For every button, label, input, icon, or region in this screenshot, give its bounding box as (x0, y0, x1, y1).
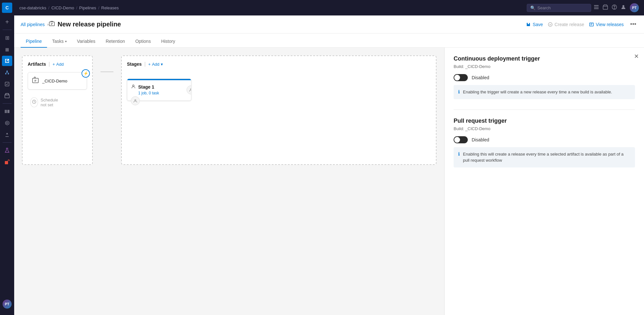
topbar: cse-databricks / CICD-Demo / Pipelines /… (14, 0, 644, 15)
pipeline-title-icon (49, 20, 55, 28)
svg-point-33 (133, 85, 134, 87)
svg-line-4 (7, 72, 8, 73)
artifacts-pkg-icon[interactable] (2, 91, 12, 101)
artifacts-panel-header: Artifacts | + Add (28, 61, 87, 67)
right-panel-close-button[interactable]: ✕ (634, 53, 639, 60)
pipeline-canvas: Artifacts | + Add _CICD-Demo ⚡ (14, 48, 444, 315)
tabs-bar: Pipeline Tasks ▾ Variables Retention Opt… (14, 33, 644, 48)
repos-icon[interactable] (2, 56, 12, 66)
tab-variables[interactable]: Variables (72, 35, 101, 48)
library-icon[interactable] (2, 106, 12, 117)
artifacts-add-icon: + (53, 62, 55, 67)
schedule-text: Schedule not set (41, 98, 58, 107)
breadcrumb-page[interactable]: Releases (101, 5, 119, 10)
cd-trigger-title: Continuous deployment trigger (454, 55, 635, 62)
stages-add-icon: + (148, 62, 151, 67)
search-box[interactable]: 🔍 Search (527, 4, 591, 12)
stage-details: 1 job, 0 task (138, 91, 187, 95)
artifact-trigger-badge: ⚡ (82, 69, 90, 78)
svg-line-3 (6, 72, 7, 73)
stage-name: Stage 1 (138, 84, 154, 90)
tab-history[interactable]: History (156, 35, 180, 48)
pr-toggle-label: Disabled (472, 137, 489, 142)
page-header: All pipelines › New release pipeline Sav… (14, 15, 644, 33)
view-releases-button[interactable]: View releases (589, 22, 624, 27)
page-header-actions: Save Create release View releases ••• (526, 21, 638, 28)
svg-rect-11 (8, 110, 9, 113)
breadcrumb: cse-databricks / CICD-Demo / Pipelines /… (19, 5, 119, 10)
schedule-item[interactable]: Schedule not set (28, 95, 87, 110)
pr-toggle[interactable] (454, 136, 468, 143)
pull-request-trigger-section: Pull request trigger Build: _CICD-Demo D… (454, 118, 635, 167)
content-area: Artifacts | + Add _CICD-Demo ⚡ (14, 48, 644, 315)
tab-tasks[interactable]: Tasks ▾ (47, 35, 72, 48)
breadcrumb-section[interactable]: Pipelines (79, 5, 96, 10)
list-icon[interactable] (594, 5, 599, 11)
breadcrumb-project[interactable]: CICD-Demo (51, 5, 74, 10)
flask-icon[interactable] (2, 145, 12, 156)
help-icon[interactable] (612, 5, 617, 11)
boards-icon[interactable]: ▦ (2, 44, 12, 54)
trigger-lightning-icon: ⚡ (83, 71, 88, 76)
user-avatar-sidebar[interactable]: PT (3, 300, 12, 309)
artifact-name: _CICD-Demo (42, 79, 67, 83)
search-placeholder: Search (537, 5, 551, 10)
svg-rect-15 (594, 5, 599, 6)
pr-trigger-build: Build: _CICD-Demo (454, 126, 635, 131)
cd-info-text: Enabling the trigger will create a new r… (463, 89, 612, 95)
artifacts-panel: Artifacts | + Add _CICD-Demo ⚡ (22, 55, 93, 165)
cd-toggle[interactable] (454, 74, 468, 81)
connector (101, 55, 113, 72)
sidebar: C + ⊞ ▦ PT (0, 0, 14, 315)
svg-point-21 (622, 5, 624, 7)
create-release-button[interactable]: Create release (548, 22, 584, 27)
artifacts-add-button[interactable]: + Add (53, 62, 64, 67)
artifacts-title: Artifacts (28, 62, 46, 67)
org-logo[interactable]: C (2, 3, 12, 13)
stages-add-dropdown: ▾ (161, 62, 163, 67)
pipelines-icon[interactable] (2, 67, 12, 78)
tab-pipeline[interactable]: Pipeline (21, 35, 47, 48)
overview-icon[interactable]: ⊞ (2, 33, 12, 43)
svg-point-34 (190, 89, 191, 90)
extension-icon[interactable] (2, 157, 12, 167)
save-button[interactable]: Save (526, 22, 543, 27)
trigger-section-divider (454, 110, 635, 110)
svg-rect-26 (590, 23, 593, 26)
all-pipelines-link[interactable]: All pipelines (21, 22, 45, 27)
package-icon[interactable] (603, 5, 608, 11)
stage-user-left-icon[interactable] (131, 96, 140, 105)
sidebar-divider-2 (3, 103, 12, 104)
deploy2-icon[interactable] (2, 129, 12, 140)
tab-retention[interactable]: Retention (101, 35, 130, 48)
cd-info-box: ℹ Enabling the trigger will create a new… (454, 85, 635, 99)
right-panel: ✕ Continuous deployment trigger Build: _… (444, 48, 644, 315)
svg-point-2 (8, 73, 9, 74)
svg-rect-18 (603, 6, 608, 9)
tab-options[interactable]: Options (130, 35, 156, 48)
stage-header: Stage 1 (131, 84, 187, 90)
connector-line (101, 72, 113, 72)
cd-toggle-row: Disabled (454, 74, 635, 81)
pr-info-icon: ℹ (458, 151, 460, 157)
artifact-build-icon (32, 76, 39, 85)
settings2-icon[interactable] (2, 118, 12, 128)
svg-point-35 (135, 100, 136, 101)
test-plans-icon[interactable] (2, 79, 12, 89)
breadcrumb-sep1: / (48, 5, 50, 10)
user-icon[interactable] (621, 5, 626, 11)
svg-rect-29 (33, 78, 38, 83)
continuous-deployment-trigger-section: Continuous deployment trigger Build: _CI… (454, 55, 635, 99)
artifact-card[interactable]: _CICD-Demo ⚡ (28, 72, 87, 90)
stages-add-button[interactable]: + Add ▾ (148, 62, 163, 67)
add-button[interactable]: + (2, 17, 12, 27)
breadcrumb-org[interactable]: cse-databricks (19, 5, 46, 10)
topbar-user-avatar[interactable]: PT (630, 3, 639, 12)
more-options-button[interactable]: ••• (629, 21, 638, 28)
sidebar-divider (3, 30, 12, 30)
svg-rect-16 (594, 7, 599, 7)
pr-info-box: ℹ Enabling this will create a release ev… (454, 147, 635, 167)
svg-point-25 (548, 23, 552, 26)
pr-toggle-row: Disabled (454, 136, 635, 143)
page-title-text: New release pipeline (58, 21, 121, 28)
